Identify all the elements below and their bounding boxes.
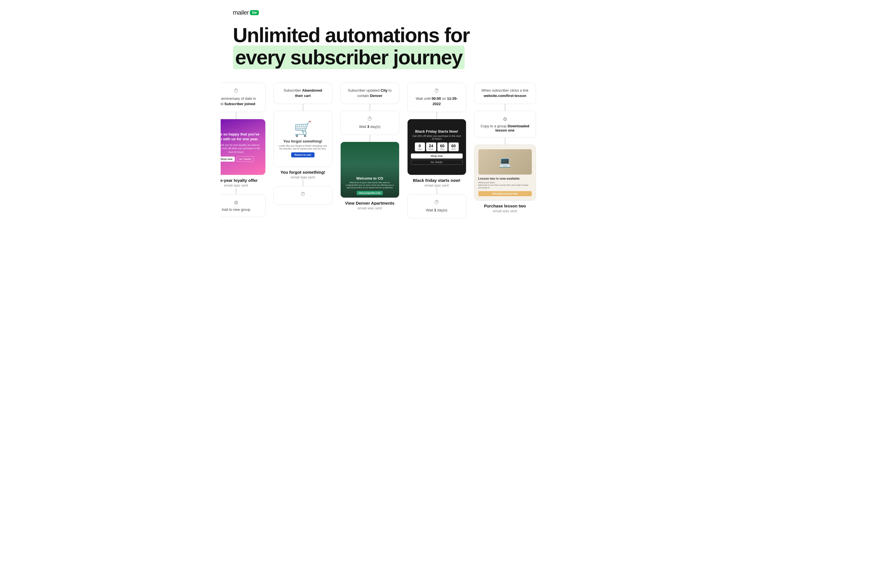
email-label-cart: You forgot something! email was sent	[280, 170, 326, 179]
hero-title: Unlimited automations for every subscrib…	[233, 24, 649, 69]
column-cart: Subscriber Abandoned their cart 🛒 You fo…	[273, 82, 333, 218]
wait-card-denver: ⏱ Wait 3 day(s)	[340, 111, 399, 135]
mins-num: 60	[439, 144, 446, 148]
email-preview-denver: Welcome to CO Welcome to your new home! …	[340, 142, 399, 198]
lesson-email-btn[interactable]: Purchase lesson two	[478, 191, 532, 196]
email-content-anniversary: We're so happy that you've been with us …	[220, 128, 266, 166]
column-lesson: When subscriber clicks a link website.co…	[474, 82, 536, 218]
email-label-blackfriday: Black friday starts now! email was sent	[413, 178, 460, 188]
countdown-mins: 60 Mins	[437, 142, 447, 151]
hero-line1: Unlimited automations for	[233, 24, 470, 46]
clock-icon-2: ⏱	[300, 191, 306, 197]
logo-badge: lite	[250, 10, 259, 15]
email-sent-denver: email was sent	[345, 206, 394, 210]
email-name-cart: You forgot something!	[280, 170, 326, 174]
trigger-text-cart: Subscriber Abandoned their cart	[279, 88, 327, 99]
secs-num: 60	[450, 144, 457, 148]
wait-text-denver: Wait 3 day(s)	[359, 124, 380, 130]
countdown-days: 0 Days	[415, 142, 425, 151]
countdown-secs: 60 Secs	[448, 142, 459, 151]
hero-section: Unlimited automations for every subscrib…	[220, 16, 662, 69]
email-name-denver: View Denver Apartments	[345, 201, 394, 206]
hero-line2-highlight: every subscriber journey	[233, 45, 465, 69]
clock-icon-4: ⏱	[434, 88, 440, 94]
cart-email-title: You forgot something!	[284, 139, 322, 143]
automation-columns: ⏱ 1e anniversary of date in field Subscr…	[220, 69, 662, 235]
denver-email-title: Welcome to CO	[344, 176, 396, 180]
email-label-lesson: Purchase lesson two email was sent	[484, 204, 526, 213]
email-label-anniversary: One-year loyalty offer email was sent	[220, 178, 258, 188]
trigger-card-anniversary: ⏱ 1e anniversary of date in field Subscr…	[220, 82, 266, 112]
gear-icon-2: ⚙	[480, 116, 530, 122]
action-text-lesson: Copy to a group Downloaded lesson one	[480, 124, 530, 132]
countdown-hours: 24 Hours	[426, 142, 436, 151]
connector	[303, 179, 303, 186]
email-sent-blackfriday: email was sent	[413, 183, 460, 188]
lesson-email-img: 💻	[478, 149, 532, 174]
lesson-email-title: Lesson two is now available	[478, 177, 532, 180]
clock-icon: ⏱	[234, 88, 238, 94]
secs-label: Secs	[450, 148, 457, 150]
connector	[505, 138, 506, 144]
days-label: Days	[417, 148, 423, 150]
lesson-email-content: 💻 Lesson two is now available What you'l…	[474, 145, 536, 200]
column-denver: Subscriber updated City to contain Denve…	[340, 82, 399, 218]
email-name-anniversary: One-year loyalty offer	[220, 178, 258, 183]
blackfriday-btn-shop[interactable]: Shop now	[411, 153, 463, 159]
wait-card-cart: ⏱	[273, 186, 333, 205]
connector	[436, 112, 437, 119]
mins-label: Mins	[439, 148, 446, 150]
laptop-icon: 💻	[499, 156, 511, 168]
blackfriday-countdown: 0 Days 24 Hours 60 Mins 60	[411, 142, 463, 151]
connector	[505, 104, 506, 111]
email-preview-cart: 🛒 You forgot something! Looks like you f…	[273, 111, 333, 167]
connector	[303, 104, 303, 111]
blackfriday-btn-no[interactable]: No, thanks	[411, 160, 463, 165]
email-btn-no[interactable]: No, thanks	[237, 156, 254, 162]
hours-num: 24	[428, 144, 435, 148]
column-anniversary: ⏱ 1e anniversary of date in field Subscr…	[220, 82, 266, 218]
gear-icon: ⚙	[220, 200, 260, 206]
days-num: 0	[417, 144, 423, 148]
clock-icon-3: ⏱	[368, 116, 372, 122]
trigger-text-lesson: When subscriber clicks a link website.co…	[480, 88, 530, 99]
connector	[436, 188, 437, 194]
action-text-anniversary: Add to new group	[220, 207, 260, 212]
connector	[370, 135, 370, 142]
connector	[370, 104, 370, 111]
cart-email-btn[interactable]: Return to cart	[291, 152, 315, 158]
denver-email-overlay: Welcome to CO Welcome to your new home! …	[340, 173, 399, 198]
logo: mailer lite	[233, 9, 649, 16]
trigger-text-denver: Subscriber updated City to contain Denve…	[346, 88, 393, 99]
email-sent-cart: email was sent	[280, 175, 326, 179]
connector	[236, 188, 236, 194]
email-preview-blackfriday: Black Friday Starts Now! Get 20% off whe…	[407, 119, 466, 175]
lesson-email-body: What you'll learnWelcome to our free cou…	[478, 181, 532, 189]
email-preview-lesson: 💻 Lesson two is now available What you'l…	[474, 144, 536, 201]
email-preview-anniversary: We're so happy that you've been with us …	[220, 119, 266, 175]
trigger-card-cart: Subscriber Abandoned their cart	[273, 82, 333, 104]
email-sub-text: As a thank you for your loyalty, we want…	[220, 143, 261, 154]
clock-icon-5: ⏱	[434, 200, 440, 206]
email-btn-shop[interactable]: Shop now	[220, 156, 235, 162]
email-sent-lesson: email was sent	[484, 209, 526, 213]
wait-card-blackfriday: ⏱ Wait 1 day(s)	[407, 194, 466, 218]
email-main-text: We're so happy that you've been with us …	[220, 132, 261, 142]
column-blackfriday: ⏱ Wait until 00:00 on 11-25-2022 Black F…	[407, 82, 466, 218]
logo-text: mailer	[233, 9, 249, 16]
email-label-denver: View Denver Apartments email was sent	[345, 201, 394, 210]
blackfriday-sub: Get 20% off when you purchase in the nex…	[411, 135, 463, 140]
denver-email-btn[interactable]: View properties now	[357, 191, 383, 195]
blackfriday-email-content: Black Friday Starts Now! Get 20% off whe…	[408, 119, 466, 175]
email-name-lesson: Purchase lesson two	[484, 204, 526, 208]
action-card-anniversary: ⚙ Add to new group	[220, 194, 266, 217]
blackfriday-title: Black Friday Starts Now!	[411, 129, 463, 134]
trigger-card-blackfriday: ⏱ Wait until 00:00 on 11-25-2022	[407, 82, 466, 112]
email-sent-anniversary: email was sent	[220, 183, 258, 188]
denver-email-sub: Welcome to your new home! We want to con…	[344, 181, 396, 189]
email-content-cart: 🛒 You forgot something! Looks like you f…	[274, 111, 332, 166]
email-name-blackfriday: Black friday starts now!	[413, 178, 460, 183]
cart-icon: 🛒	[294, 120, 312, 138]
hours-label: Hours	[428, 148, 435, 150]
action-card-lesson: ⚙ Copy to a group Downloaded lesson one	[474, 111, 536, 138]
